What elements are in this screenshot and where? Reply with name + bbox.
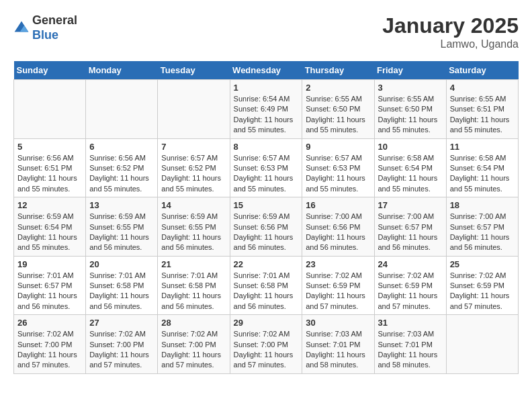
day-detail: Sunrise: 6:58 AMSunset: 6:54 PMDaylight:… bbox=[378, 153, 443, 195]
day-detail: Sunrise: 6:55 AMSunset: 6:51 PMDaylight:… bbox=[450, 94, 515, 136]
day-number: 25 bbox=[450, 259, 515, 269]
day-number: 15 bbox=[234, 200, 299, 210]
day-detail: Sunrise: 6:54 AMSunset: 6:49 PMDaylight:… bbox=[234, 94, 299, 136]
day-number: 21 bbox=[161, 259, 226, 269]
header-wednesday: Wednesday bbox=[230, 61, 302, 80]
day-detail: Sunrise: 7:00 AMSunset: 6:56 PMDaylight:… bbox=[306, 212, 370, 253]
calendar-week-1: 1Sunrise: 6:54 AMSunset: 6:49 PMDaylight… bbox=[14, 80, 519, 139]
calendar-cell bbox=[446, 315, 518, 374]
calendar-cell: 3Sunrise: 6:55 AMSunset: 6:50 PMDaylight… bbox=[374, 80, 446, 139]
day-number: 18 bbox=[450, 200, 515, 210]
day-number: 28 bbox=[161, 318, 226, 328]
calendar-cell: 5Sunrise: 6:56 AMSunset: 6:51 PMDaylight… bbox=[14, 138, 86, 197]
calendar-cell bbox=[14, 80, 86, 139]
day-detail: Sunrise: 6:59 AMSunset: 6:55 PMDaylight:… bbox=[161, 212, 226, 253]
calendar-cell: 14Sunrise: 6:59 AMSunset: 6:55 PMDayligh… bbox=[158, 197, 230, 257]
day-number: 17 bbox=[378, 200, 443, 210]
calendar-cell: 16Sunrise: 7:00 AMSunset: 6:56 PMDayligh… bbox=[302, 197, 374, 257]
day-detail: Sunrise: 7:01 AMSunset: 6:58 PMDaylight:… bbox=[161, 271, 226, 312]
day-number: 27 bbox=[89, 318, 154, 328]
day-number: 6 bbox=[89, 142, 154, 152]
day-detail: Sunrise: 6:55 AMSunset: 6:50 PMDaylight:… bbox=[378, 94, 443, 136]
day-detail: Sunrise: 7:03 AMSunset: 7:01 PMDaylight:… bbox=[378, 329, 443, 371]
day-detail: Sunrise: 7:02 AMSunset: 6:59 PMDaylight:… bbox=[306, 271, 370, 312]
calendar-cell bbox=[86, 80, 158, 139]
calendar-cell: 8Sunrise: 6:57 AMSunset: 6:53 PMDaylight… bbox=[230, 138, 302, 197]
day-number: 10 bbox=[378, 142, 443, 152]
header-saturday: Saturday bbox=[446, 61, 518, 80]
calendar-cell: 2Sunrise: 6:55 AMSunset: 6:50 PMDaylight… bbox=[302, 80, 374, 139]
day-detail: Sunrise: 7:02 AMSunset: 7:00 PMDaylight:… bbox=[17, 329, 82, 371]
day-number: 22 bbox=[234, 259, 299, 269]
header-tuesday: Tuesday bbox=[158, 61, 230, 80]
day-number: 23 bbox=[306, 259, 370, 269]
day-detail: Sunrise: 7:02 AMSunset: 6:59 PMDaylight:… bbox=[378, 271, 443, 312]
calendar-cell: 29Sunrise: 7:02 AMSunset: 7:00 PMDayligh… bbox=[230, 315, 302, 374]
calendar-header-row: SundayMondayTuesdayWednesdayThursdayFrid… bbox=[14, 61, 519, 80]
calendar-cell: 31Sunrise: 7:03 AMSunset: 7:01 PMDayligh… bbox=[374, 315, 446, 374]
calendar-week-5: 26Sunrise: 7:02 AMSunset: 7:00 PMDayligh… bbox=[14, 315, 519, 374]
day-number: 11 bbox=[450, 142, 515, 152]
day-detail: Sunrise: 7:02 AMSunset: 7:00 PMDaylight:… bbox=[89, 329, 154, 371]
day-number: 16 bbox=[306, 200, 370, 210]
calendar-cell: 10Sunrise: 6:58 AMSunset: 6:54 PMDayligh… bbox=[374, 138, 446, 197]
logo: General Blue bbox=[13, 13, 77, 42]
day-number: 4 bbox=[450, 83, 515, 93]
calendar-cell: 7Sunrise: 6:57 AMSunset: 6:52 PMDaylight… bbox=[158, 138, 230, 197]
day-detail: Sunrise: 7:01 AMSunset: 6:58 PMDaylight:… bbox=[234, 271, 299, 312]
day-detail: Sunrise: 6:57 AMSunset: 6:53 PMDaylight:… bbox=[234, 153, 299, 195]
day-detail: Sunrise: 7:00 AMSunset: 6:57 PMDaylight:… bbox=[450, 212, 515, 253]
day-detail: Sunrise: 6:55 AMSunset: 6:50 PMDaylight:… bbox=[306, 94, 370, 136]
calendar-cell: 6Sunrise: 6:56 AMSunset: 6:52 PMDaylight… bbox=[86, 138, 158, 197]
day-number: 7 bbox=[161, 142, 226, 152]
calendar-cell: 17Sunrise: 7:00 AMSunset: 6:57 PMDayligh… bbox=[374, 197, 446, 257]
day-number: 12 bbox=[17, 200, 82, 210]
calendar-cell: 13Sunrise: 6:59 AMSunset: 6:55 PMDayligh… bbox=[86, 197, 158, 257]
calendar-cell: 15Sunrise: 6:59 AMSunset: 6:56 PMDayligh… bbox=[230, 197, 302, 257]
day-number: 24 bbox=[378, 259, 443, 269]
calendar-cell: 21Sunrise: 7:01 AMSunset: 6:58 PMDayligh… bbox=[158, 256, 230, 315]
day-number: 8 bbox=[234, 142, 299, 152]
calendar-week-4: 19Sunrise: 7:01 AMSunset: 6:57 PMDayligh… bbox=[14, 256, 519, 315]
calendar-week-3: 12Sunrise: 6:59 AMSunset: 6:54 PMDayligh… bbox=[14, 197, 519, 257]
calendar-cell: 28Sunrise: 7:02 AMSunset: 7:00 PMDayligh… bbox=[158, 315, 230, 374]
calendar-cell: 30Sunrise: 7:03 AMSunset: 7:01 PMDayligh… bbox=[302, 315, 374, 374]
calendar-cell: 24Sunrise: 7:02 AMSunset: 6:59 PMDayligh… bbox=[374, 256, 446, 315]
day-detail: Sunrise: 7:01 AMSunset: 6:57 PMDaylight:… bbox=[17, 271, 82, 312]
day-number: 13 bbox=[89, 200, 154, 210]
day-number: 26 bbox=[17, 318, 82, 328]
calendar-cell: 26Sunrise: 7:02 AMSunset: 7:00 PMDayligh… bbox=[14, 315, 86, 374]
calendar-cell: 23Sunrise: 7:02 AMSunset: 6:59 PMDayligh… bbox=[302, 256, 374, 315]
day-number: 5 bbox=[17, 142, 82, 152]
day-detail: Sunrise: 6:59 AMSunset: 6:56 PMDaylight:… bbox=[234, 212, 299, 253]
day-detail: Sunrise: 7:00 AMSunset: 6:57 PMDaylight:… bbox=[378, 212, 443, 253]
calendar-cell: 1Sunrise: 6:54 AMSunset: 6:49 PMDaylight… bbox=[230, 80, 302, 139]
calendar-cell bbox=[158, 80, 230, 139]
day-detail: Sunrise: 6:58 AMSunset: 6:54 PMDaylight:… bbox=[450, 153, 515, 195]
day-number: 29 bbox=[234, 318, 299, 328]
logo-general: General bbox=[32, 13, 77, 28]
day-number: 30 bbox=[306, 318, 370, 328]
day-detail: Sunrise: 7:02 AMSunset: 7:00 PMDaylight:… bbox=[161, 329, 226, 371]
day-detail: Sunrise: 7:02 AMSunset: 7:00 PMDaylight:… bbox=[234, 329, 299, 371]
calendar-cell: 27Sunrise: 7:02 AMSunset: 7:00 PMDayligh… bbox=[86, 315, 158, 374]
day-detail: Sunrise: 7:03 AMSunset: 7:01 PMDaylight:… bbox=[306, 329, 370, 371]
day-detail: Sunrise: 6:59 AMSunset: 6:55 PMDaylight:… bbox=[89, 212, 154, 253]
calendar-cell: 20Sunrise: 7:01 AMSunset: 6:58 PMDayligh… bbox=[86, 256, 158, 315]
day-detail: Sunrise: 6:57 AMSunset: 6:53 PMDaylight:… bbox=[306, 153, 370, 195]
day-detail: Sunrise: 6:56 AMSunset: 6:52 PMDaylight:… bbox=[89, 153, 154, 195]
day-detail: Sunrise: 7:01 AMSunset: 6:58 PMDaylight:… bbox=[89, 271, 154, 312]
header-thursday: Thursday bbox=[302, 61, 374, 80]
calendar-cell: 4Sunrise: 6:55 AMSunset: 6:51 PMDaylight… bbox=[446, 80, 518, 139]
page-subtitle: Lamwo, Uganda bbox=[382, 38, 519, 50]
page-title: January 2025 bbox=[382, 13, 519, 38]
calendar-cell: 19Sunrise: 7:01 AMSunset: 6:57 PMDayligh… bbox=[14, 256, 86, 315]
day-detail: Sunrise: 7:02 AMSunset: 6:59 PMDaylight:… bbox=[450, 271, 515, 312]
calendar-cell: 12Sunrise: 6:59 AMSunset: 6:54 PMDayligh… bbox=[14, 197, 86, 257]
day-number: 3 bbox=[378, 83, 443, 93]
calendar-cell: 18Sunrise: 7:00 AMSunset: 6:57 PMDayligh… bbox=[446, 197, 518, 257]
header-monday: Monday bbox=[86, 61, 158, 80]
day-number: 9 bbox=[306, 142, 370, 152]
calendar-cell: 11Sunrise: 6:58 AMSunset: 6:54 PMDayligh… bbox=[446, 138, 518, 197]
day-detail: Sunrise: 6:56 AMSunset: 6:51 PMDaylight:… bbox=[17, 153, 82, 195]
